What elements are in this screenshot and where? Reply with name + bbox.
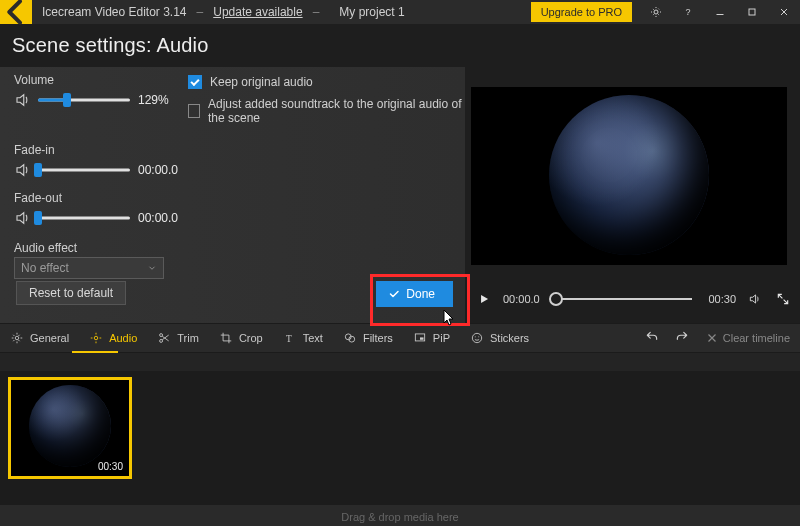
svg-rect-10 xyxy=(415,334,424,341)
fade-out-label: Fade-out xyxy=(14,191,465,205)
svg-rect-11 xyxy=(420,337,424,339)
update-link[interactable]: Update available xyxy=(213,5,302,19)
svg-text:?: ? xyxy=(686,7,691,17)
clip-thumbnail-image xyxy=(29,385,111,467)
sticker-icon xyxy=(470,331,484,345)
audio-settings-panel: Volume 129% Keep origina xyxy=(0,67,465,323)
gear-icon xyxy=(650,6,662,18)
clear-timeline-button[interactable]: Clear timeline xyxy=(705,331,790,345)
audio-effect-select[interactable]: No effect xyxy=(14,257,164,279)
minimize-button[interactable] xyxy=(704,0,736,24)
fade-in-label: Fade-in xyxy=(14,143,465,157)
speaker-icon xyxy=(14,161,32,179)
tab-pip[interactable]: PiP xyxy=(413,331,450,345)
tab-general[interactable]: General xyxy=(10,331,69,345)
seek-slider[interactable] xyxy=(556,293,693,305)
reset-button[interactable]: Reset to default xyxy=(16,281,126,305)
app-name: Icecream Video Editor 3.14 xyxy=(42,5,187,19)
redo-button[interactable] xyxy=(675,330,691,346)
speaker-icon xyxy=(748,292,762,306)
preview-viewport xyxy=(471,87,787,265)
preview-thumbnail-image xyxy=(549,95,709,255)
close-icon xyxy=(705,331,719,345)
fade-out-slider[interactable] xyxy=(38,211,130,225)
minimize-icon xyxy=(714,6,726,18)
undo-button[interactable] xyxy=(645,330,661,346)
close-button[interactable] xyxy=(768,0,800,24)
current-time: 00:00.0 xyxy=(503,293,540,305)
crop-icon xyxy=(219,331,233,345)
maximize-button[interactable] xyxy=(736,0,768,24)
svg-point-3 xyxy=(15,336,19,340)
play-icon xyxy=(477,292,491,306)
arrow-left-icon xyxy=(0,0,32,28)
undo-icon xyxy=(645,330,659,344)
help-button[interactable]: ? xyxy=(672,0,704,24)
volume-label: Volume xyxy=(14,73,188,87)
fade-out-value: 00:00.0 xyxy=(138,211,180,225)
clip-duration: 00:30 xyxy=(96,461,125,472)
fade-in-value: 00:00.0 xyxy=(138,163,180,177)
svg-text:T: T xyxy=(286,334,292,344)
maximize-icon xyxy=(746,6,758,18)
scissors-icon xyxy=(157,331,171,345)
play-button[interactable] xyxy=(475,290,493,308)
checkbox-checked-icon xyxy=(188,75,202,89)
svg-point-12 xyxy=(472,333,481,342)
tool-tabs: General Audio Trim Crop T Text Filters P… xyxy=(0,323,800,353)
volume-button[interactable] xyxy=(746,290,764,308)
checkbox-unchecked-icon xyxy=(188,104,200,118)
svg-rect-2 xyxy=(749,9,755,15)
duration: 00:30 xyxy=(708,293,736,305)
tab-stickers[interactable]: Stickers xyxy=(470,331,529,345)
chevron-down-icon xyxy=(147,263,157,273)
fullscreen-icon xyxy=(776,292,790,306)
text-icon: T xyxy=(283,331,297,345)
keep-original-checkbox[interactable]: Keep original audio xyxy=(188,75,465,89)
settings-button[interactable] xyxy=(640,0,672,24)
tab-audio[interactable]: Audio xyxy=(89,331,137,345)
done-button[interactable]: Done xyxy=(376,281,453,307)
titlebar: Icecream Video Editor 3.14 – Update avai… xyxy=(0,0,800,24)
section-title: Scene settings: Audio xyxy=(0,24,800,67)
tab-crop[interactable]: Crop xyxy=(219,331,263,345)
tab-text[interactable]: T Text xyxy=(283,331,323,345)
tab-trim[interactable]: Trim xyxy=(157,331,199,345)
timeline-ruler[interactable] xyxy=(0,353,800,371)
svg-point-4 xyxy=(94,336,98,340)
timeline[interactable]: 00:30 xyxy=(0,371,800,505)
drop-hint: Drag & drop media here xyxy=(0,505,800,526)
filters-icon xyxy=(343,331,357,345)
question-icon: ? xyxy=(682,6,694,18)
speaker-icon xyxy=(14,209,32,227)
speaker-icon xyxy=(14,91,32,109)
volume-value: 129% xyxy=(138,93,180,107)
redo-icon xyxy=(675,330,689,344)
fullscreen-button[interactable] xyxy=(774,290,792,308)
adjust-soundtrack-checkbox[interactable]: Adjust added soundtrack to the original … xyxy=(188,97,465,125)
audio-effect-label: Audio effect xyxy=(14,241,465,255)
preview-panel: 00:00.0 00:30 xyxy=(465,67,800,323)
pip-icon xyxy=(413,331,427,345)
check-icon xyxy=(388,288,400,300)
volume-slider[interactable] xyxy=(38,93,130,107)
svg-point-5 xyxy=(160,334,163,337)
project-name: My project 1 xyxy=(339,5,404,19)
timeline-clip[interactable]: 00:30 xyxy=(8,377,132,479)
close-icon xyxy=(778,6,790,18)
audio-icon xyxy=(89,331,103,345)
gear-icon xyxy=(10,331,24,345)
upgrade-button[interactable]: Upgrade to PRO xyxy=(531,2,632,22)
svg-point-6 xyxy=(160,339,163,342)
tab-filters[interactable]: Filters xyxy=(343,331,393,345)
back-button[interactable] xyxy=(0,0,32,24)
fade-in-slider[interactable] xyxy=(38,163,130,177)
